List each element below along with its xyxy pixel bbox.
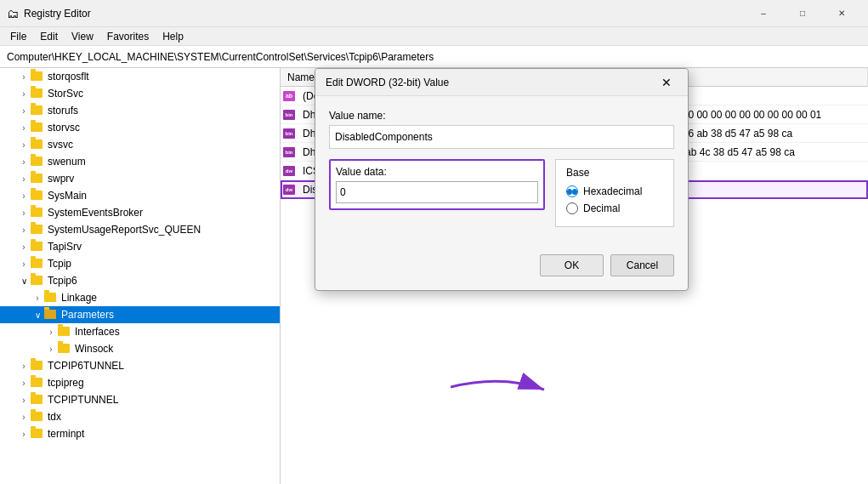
tree-label: TCPIPTUNNEL — [48, 394, 118, 406]
expander-icon: › — [17, 157, 31, 167]
dialog-title: Edit DWORD (32-bit) Value — [326, 77, 655, 88]
tree-label: Linkage — [61, 292, 97, 304]
tree-item-storvsc[interactable]: › storvsc — [0, 119, 280, 136]
radio-decimal-circle — [566, 202, 578, 214]
folder-icon — [31, 428, 44, 440]
tree-item-Interfaces[interactable]: › Interfaces — [0, 323, 280, 340]
folder-icon — [44, 292, 58, 304]
radio-decimal-label: Decimal — [583, 202, 620, 214]
tree-label: SystemEventsBroker — [48, 207, 143, 219]
dialog-buttons: OK Cancel — [315, 254, 688, 290]
reg-icon: dw — [281, 162, 298, 179]
tree-label: TCPIP6TUNNEL — [48, 360, 124, 372]
ok-button[interactable]: OK — [540, 254, 604, 276]
folder-icon — [31, 241, 44, 253]
tree-item-swprv[interactable]: › swprv — [0, 170, 280, 187]
tree-label: tdx — [48, 411, 61, 423]
radio-hexadecimal-circle — [566, 185, 578, 197]
base-section: Base Hexadecimal Decimal — [555, 159, 674, 227]
tree-item-TCPIPTUNNEL[interactable]: › TCPIPTUNNEL — [0, 391, 280, 408]
tree-panel: › storqosflt › StorSvc › storufs › storv… — [0, 68, 281, 484]
expander-icon: › — [17, 413, 31, 422]
expander-icon: › — [17, 225, 31, 235]
radio-hexadecimal-label: Hexadecimal — [583, 185, 642, 197]
tree-item-storufs[interactable]: › storufs — [0, 102, 280, 119]
tree-item-tcpipreg[interactable]: › tcpipreg — [0, 374, 280, 391]
expander-icon: ∨ — [17, 276, 31, 286]
window-controls: – □ ✕ — [744, 0, 861, 27]
folder-icon — [31, 258, 44, 270]
radio-hexadecimal[interactable]: Hexadecimal — [566, 185, 663, 197]
minimize-button[interactable]: – — [744, 0, 783, 27]
folder-icon — [58, 326, 71, 338]
expander-icon: › — [17, 259, 31, 269]
folder-icon — [31, 173, 44, 185]
menu-edit[interactable]: Edit — [33, 29, 65, 44]
expander-icon: › — [17, 72, 31, 82]
maximize-button[interactable]: □ — [783, 0, 822, 27]
edit-dword-dialog: Edit DWORD (32-bit) Value ✕ Value name: … — [315, 68, 689, 291]
tree-label: Tcpip6 — [48, 275, 77, 287]
value-name-input[interactable] — [329, 125, 674, 149]
expander-icon: › — [17, 396, 31, 405]
folder-icon — [31, 71, 44, 83]
folder-icon — [31, 88, 44, 100]
tree-label: storvsc — [48, 122, 80, 134]
folder-icon — [31, 156, 44, 168]
tree-item-TapiSrv[interactable]: › TapiSrv — [0, 238, 280, 255]
tree-item-tdx[interactable]: › tdx — [0, 408, 280, 425]
tree-label: Tcpip — [48, 258, 71, 270]
tree-item-Linkage[interactable]: › Linkage — [0, 289, 280, 306]
tree-item-TCPIP6TUNNEL[interactable]: › TCPIP6TUNNEL — [0, 357, 280, 374]
tree-label: TapiSrv — [48, 241, 82, 253]
expander-icon: › — [17, 242, 31, 252]
tree-item-SystemEventsBroker[interactable]: › SystemEventsBroker — [0, 204, 280, 221]
menu-file[interactable]: File — [3, 29, 33, 44]
tree-item-SystemUsageReportSvc_QUEEN[interactable]: › SystemUsageReportSvc_QUEEN — [0, 221, 280, 238]
tree-label: storufs — [48, 105, 78, 117]
reg-icon: bin — [281, 105, 298, 123]
tree-item-StorSvc[interactable]: › StorSvc — [0, 85, 280, 102]
title-bar: 🗂 Registry Editor – □ ✕ — [0, 0, 868, 27]
expander-icon: › — [17, 106, 31, 116]
expander-icon: › — [17, 379, 31, 388]
close-button[interactable]: ✕ — [822, 0, 861, 27]
reg-icon: ab — [281, 87, 298, 105]
tree-item-Winsock[interactable]: › Winsock — [0, 340, 280, 357]
folder-icon — [31, 377, 44, 389]
dialog-close-button[interactable]: ✕ — [655, 71, 678, 94]
expander-icon: › — [17, 430, 31, 439]
tree-item-SysMain[interactable]: › SysMain — [0, 187, 280, 204]
expander-icon: ∨ — [31, 310, 44, 320]
tree-item-storqosflt[interactable]: › storqosflt — [0, 68, 280, 85]
folder-icon — [31, 105, 44, 117]
folder-icon — [31, 139, 44, 151]
expander-icon: › — [17, 362, 31, 371]
tree-item-Tcpip6[interactable]: ∨ Tcpip6 — [0, 272, 280, 289]
value-data-section: Value data: — [329, 159, 545, 227]
value-data-label: Value data: — [336, 166, 538, 178]
tree-label: svsvc — [48, 139, 73, 151]
menu-help[interactable]: Help — [156, 29, 190, 44]
folder-icon — [31, 411, 44, 423]
value-name-label: Value name: — [329, 110, 674, 122]
menu-view[interactable]: View — [65, 29, 100, 44]
tree-item-swenum[interactable]: › swenum — [0, 153, 280, 170]
tree-label: Interfaces — [75, 326, 120, 338]
tree-item-svsvc[interactable]: › svsvc — [0, 136, 280, 153]
reg-icon: bin — [281, 124, 298, 142]
expander-icon: › — [17, 140, 31, 150]
expander-icon: › — [17, 174, 31, 184]
tree-label: terminpt — [48, 428, 84, 440]
radio-decimal[interactable]: Decimal — [566, 202, 663, 214]
value-data-input[interactable] — [336, 181, 538, 203]
tree-item-terminpt[interactable]: › terminpt — [0, 425, 280, 442]
tree-item-Tcpip[interactable]: › Tcpip — [0, 255, 280, 272]
menu-favorites[interactable]: Favorites — [100, 29, 156, 44]
tree-label: StorSvc — [48, 88, 83, 100]
tree-item-Parameters[interactable]: ∨ Parameters — [0, 306, 280, 323]
cancel-button[interactable]: Cancel — [610, 254, 674, 276]
expander-icon: › — [44, 327, 58, 337]
expander-icon: › — [17, 123, 31, 133]
folder-icon — [31, 275, 44, 287]
